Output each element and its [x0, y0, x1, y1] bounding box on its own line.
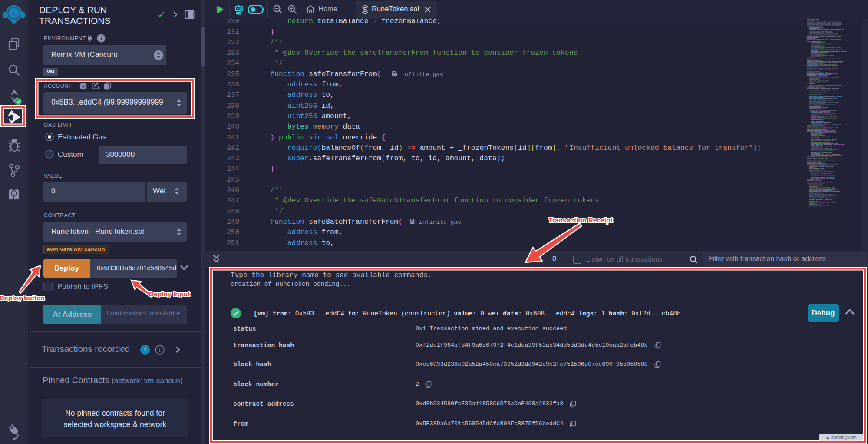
svg-text:i: i: [100, 35, 102, 42]
svg-text:i: i: [159, 347, 161, 353]
svg-text:S: S: [363, 6, 368, 13]
